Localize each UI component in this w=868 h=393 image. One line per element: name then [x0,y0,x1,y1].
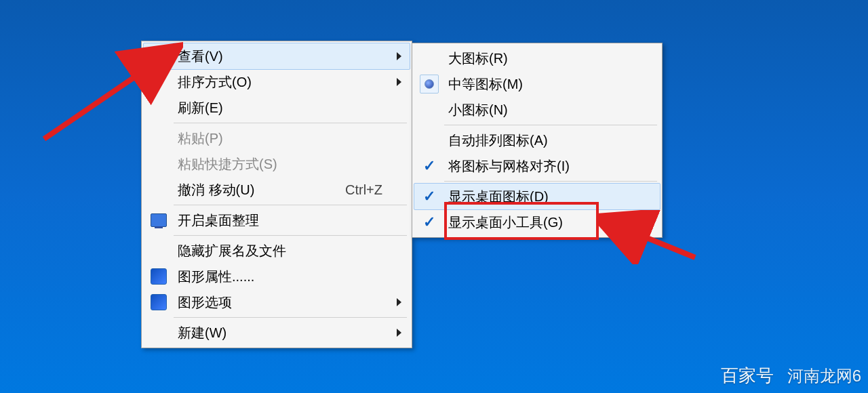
menu-item-label: 将图标与网格对齐(I) [444,157,660,175]
menu-shortcut: Ctrl+Z [345,182,410,198]
submenu-item-align-to-grid[interactable]: ✓ 将图标与网格对齐(I) [414,153,660,179]
menu-item-label: 刷新(E) [174,99,410,117]
menu-item-desktop-organize[interactable]: 开启桌面整理 [144,207,410,233]
menu-item-label: 中等图标(M) [444,75,660,94]
menu-item-label: 新建(W) [174,324,410,342]
menu-item-paste-shortcut: 粘贴快捷方式(S) [144,151,410,177]
menu-item-label: 粘贴(P) [174,129,410,148]
menu-separator [444,181,657,182]
menu-item-label: 开启桌面整理 [174,211,410,230]
menu-item-paste: 粘贴(P) [144,125,410,151]
menu-item-view[interactable]: 查看(V) [143,43,410,70]
submenu-arrow-icon [397,329,401,337]
submenu-arrow-icon [397,298,401,306]
watermark-right: 河南龙网6 [787,365,861,387]
menu-item-graphics-properties[interactable]: 图形属性...... [144,264,410,289]
menu-item-new[interactable]: 新建(W) [144,320,410,346]
menu-item-label: 粘贴快捷方式(S) [174,155,410,173]
submenu-item-large-icons[interactable]: 大图标(R) [414,45,660,71]
menu-item-label: 查看(V) [174,47,410,66]
check-icon: ✓ [414,213,444,231]
menu-item-label: 自动排列图标(A) [444,131,660,150]
menu-item-graphics-options[interactable]: 图形选项 [144,289,410,315]
menu-item-label: 隐藏扩展名及文件 [174,242,410,260]
view-submenu[interactable]: 大图标(R) 中等图标(M) 小图标(N) 自动排列图标(A) ✓ 将图标与网格… [412,43,663,238]
monitor-icon [144,213,174,227]
check-icon: ✓ [414,157,444,175]
intel-icon [144,294,174,310]
watermark: 百家号 河南龙网6 [721,364,861,388]
menu-item-label: 撤消 移动(U) [174,181,345,199]
radio-selected-icon [414,75,444,94]
submenu-item-small-icons[interactable]: 小图标(N) [414,97,660,123]
menu-separator [174,235,407,236]
desktop-context-menu[interactable]: 查看(V) 排序方式(O) 刷新(E) 粘贴(P) 粘贴快捷方式(S) 撤消 移… [141,41,412,348]
menu-separator [174,123,407,123]
submenu-arrow-icon [397,52,401,60]
menu-item-label: 显示桌面小工具(G) [444,213,660,232]
menu-separator [174,205,407,205]
submenu-item-show-desktop-icons[interactable]: ✓ 显示桌面图标(D) [414,183,660,210]
menu-item-label: 排序方式(O) [174,73,410,91]
submenu-item-medium-icons[interactable]: 中等图标(M) [414,71,660,97]
submenu-item-show-gadgets[interactable]: ✓ 显示桌面小工具(G) [414,209,660,235]
menu-item-undo-move[interactable]: 撤消 移动(U) Ctrl+Z [144,177,410,203]
intel-icon [144,268,174,285]
menu-item-label: 图形属性...... [174,268,410,286]
menu-item-refresh[interactable]: 刷新(E) [144,95,410,121]
menu-item-sort-by[interactable]: 排序方式(O) [144,69,410,95]
submenu-arrow-icon [397,78,401,86]
menu-item-label: 大图标(R) [444,49,660,68]
menu-item-label: 图形选项 [174,293,410,312]
watermark-left: 百家号 [721,364,774,388]
check-icon: ✓ [414,188,444,205]
menu-separator [174,317,407,318]
submenu-item-auto-arrange[interactable]: 自动排列图标(A) [414,127,660,153]
menu-item-label: 小图标(N) [444,101,660,119]
menu-item-label: 显示桌面图标(D) [444,188,660,206]
menu-item-hide-extensions[interactable]: 隐藏扩展名及文件 [144,238,410,264]
menu-separator [444,125,657,125]
